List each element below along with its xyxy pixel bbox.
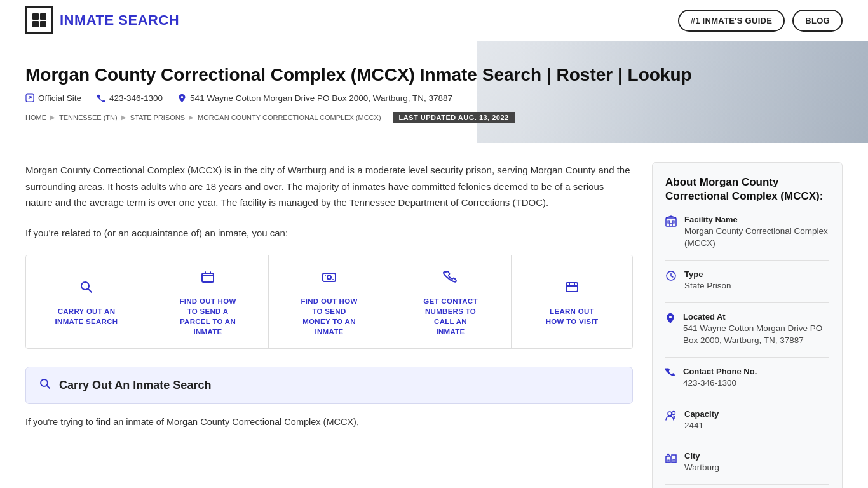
address-item: 541 Wayne Cotton Morgan Drive PO Box 200… <box>178 93 452 103</box>
svg-point-23 <box>672 411 675 414</box>
divider-1 <box>665 260 829 261</box>
bottom-text: If you're trying to find an inmate of Mo… <box>25 414 633 430</box>
hero-section: Morgan County Correctional Complex (MCCX… <box>0 41 868 143</box>
svg-point-22 <box>668 412 672 416</box>
action-card-visit-label: LEARN OUTHOW TO VISIT <box>546 306 599 327</box>
phone-icon <box>97 93 105 102</box>
svg-rect-25 <box>672 455 676 463</box>
location-icon-sidebar <box>665 313 675 327</box>
facility-content: Facility Name Morgan County Correctional… <box>684 215 829 250</box>
official-site-label: Official Site <box>38 93 81 103</box>
action-card-money-label: FIND OUT HOWTO SENDMONEY TO ANINMATE <box>301 296 357 337</box>
official-site-link[interactable]: Official Site <box>25 93 81 103</box>
section-header-title: Carry Out An Inmate Search <box>59 379 211 392</box>
sidebar-row-location: Located At 541 Wayne Cotton Morgan Drive… <box>665 312 829 347</box>
description-p2: If you're related to (or an acquaintance… <box>25 225 633 241</box>
divider-3 <box>665 357 829 358</box>
action-card-parcel[interactable]: FIND OUT HOWTO SEND APARCEL TO ANINMATE <box>147 255 269 348</box>
breadcrumb-sep-1: ▶ <box>50 114 55 121</box>
action-card-contact-label: GET CONTACTNUMBERS TOCALL ANINMATE <box>423 296 478 337</box>
header: INMATE SEARCH #1 INMATE'S GUIDE BLOG <box>0 0 868 41</box>
search-icon <box>79 280 94 299</box>
main-layout: Morgan County Correctional Complex (MCCX… <box>0 143 868 488</box>
parcel-icon <box>200 269 215 288</box>
svg-rect-0 <box>32 13 39 20</box>
location-label: Located At <box>683 312 829 322</box>
capacity-icon <box>665 410 677 424</box>
sidebar-box: About Morgan County Correctional Complex… <box>652 162 843 488</box>
meta-row: Official Site 423-346-1300 541 Wayne Cot… <box>25 93 843 103</box>
sidebar-row-facility: Facility Name Morgan County Correctional… <box>665 215 829 250</box>
action-card-search-label: CARRY OUT ANINMATE SEARCH <box>55 306 118 327</box>
last-updated-badge: LAST UPDATED AUG. 13, 2022 <box>393 112 515 123</box>
sidebar-row-phone: Contact Phone No. 423-346-1300 <box>665 367 829 390</box>
divider-2 <box>665 302 829 303</box>
action-card-contact[interactable]: GET CONTACTNUMBERS TOCALL ANINMATE <box>390 255 512 348</box>
breadcrumb-sep-2: ▶ <box>121 114 126 121</box>
main-content: Morgan County Correctional Complex (MCCX… <box>25 162 633 488</box>
action-card-search[interactable]: CARRY OUT ANINMATE SEARCH <box>26 255 147 348</box>
sidebar-row-type: Type State Prison <box>665 269 829 292</box>
logo-icon <box>25 6 53 34</box>
divider-6 <box>665 484 829 485</box>
phone-item: 423-346-1300 <box>97 93 163 103</box>
svg-point-9 <box>327 276 331 280</box>
type-icon <box>665 270 677 285</box>
facility-icon <box>665 215 677 230</box>
sidebar-title: About Morgan County Correctional Complex… <box>665 175 829 203</box>
visit-icon <box>564 280 580 299</box>
breadcrumb-home[interactable]: HOME <box>25 114 46 121</box>
breadcrumb-category[interactable]: STATE PRISONS <box>130 114 185 121</box>
location-icon <box>178 93 186 103</box>
svg-rect-3 <box>40 21 46 27</box>
svg-line-17 <box>47 386 50 389</box>
logo-text: INMATE SEARCH <box>60 12 179 29</box>
type-label: Type <box>684 269 731 279</box>
svg-line-6 <box>88 289 92 293</box>
link-icon <box>25 93 34 102</box>
capacity-content: Capacity 2441 <box>684 409 719 432</box>
header-nav: #1 INMATE'S GUIDE BLOG <box>678 10 843 32</box>
phone-value: 423-346-1300 <box>683 377 757 390</box>
type-value: State Prison <box>684 280 731 292</box>
capacity-value: 2441 <box>684 420 719 432</box>
breadcrumb-current: MORGAN COUNTY CORRECTIONAL COMPLEX (MCCX… <box>198 114 381 121</box>
svg-rect-7 <box>202 273 214 282</box>
svg-rect-8 <box>323 273 336 281</box>
phone-call-icon <box>443 269 458 288</box>
action-card-money[interactable]: FIND OUT HOWTO SENDMONEY TO ANINMATE <box>269 255 390 348</box>
page-title: Morgan County Correctional Complex (MCCX… <box>25 64 843 86</box>
svg-rect-20 <box>672 221 674 223</box>
guide-button[interactable]: #1 INMATE'S GUIDE <box>678 10 785 32</box>
svg-rect-19 <box>668 221 670 223</box>
facility-value: Morgan County Correctional Complex (MCCX… <box>684 226 829 250</box>
phone-icon-sidebar <box>665 367 675 382</box>
location-content: Located At 541 Wayne Cotton Morgan Drive… <box>683 312 829 347</box>
facility-label: Facility Name <box>684 215 829 224</box>
divider-4 <box>665 400 829 400</box>
city-icon <box>665 452 677 466</box>
money-icon <box>322 269 337 288</box>
phone-number: 423-346-1300 <box>109 93 163 103</box>
phone-content: Contact Phone No. 423-346-1300 <box>683 367 757 390</box>
breadcrumb-sep-3: ▶ <box>189 114 194 121</box>
breadcrumb: HOME ▶ TENNESSEE (TN) ▶ STATE PRISONS ▶ … <box>25 112 843 123</box>
section-header: Carry Out An Inmate Search <box>25 367 633 404</box>
sidebar-row-capacity: Capacity 2441 <box>665 409 829 432</box>
sidebar: About Morgan County Correctional Complex… <box>652 162 843 488</box>
action-card-visit[interactable]: LEARN OUTHOW TO VISIT <box>512 255 632 348</box>
action-cards: CARRY OUT ANINMATE SEARCH FIND OUT HOWTO… <box>25 255 633 349</box>
description-p1: Morgan County Correctional Complex (MCCX… <box>25 162 633 211</box>
logo-link[interactable]: INMATE SEARCH <box>25 6 179 34</box>
svg-rect-12 <box>566 283 578 292</box>
hero-content: Morgan County Correctional Complex (MCCX… <box>25 64 843 123</box>
location-value: 541 Wayne Cotton Morgan Drive PO Box 200… <box>683 323 829 347</box>
breadcrumb-state[interactable]: TENNESSEE (TN) <box>59 114 118 121</box>
city-content: City Wartburg <box>684 451 719 474</box>
phone-label: Contact Phone No. <box>683 367 757 376</box>
divider-5 <box>665 442 829 442</box>
blog-button[interactable]: BLOG <box>792 10 843 32</box>
action-card-parcel-label: FIND OUT HOWTO SEND APARCEL TO ANINMATE <box>179 296 236 337</box>
address-text: 541 Wayne Cotton Morgan Drive PO Box 200… <box>190 93 452 103</box>
svg-rect-2 <box>32 21 39 27</box>
